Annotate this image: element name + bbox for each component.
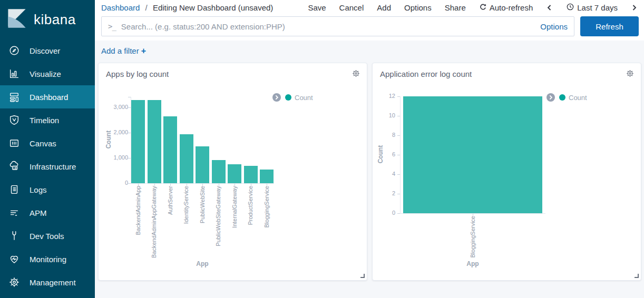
sidebar-item-label: Visualize (30, 69, 61, 78)
legend-item-count[interactable]: Count (285, 94, 313, 102)
y-tick-label: 0 (106, 180, 128, 186)
bar-chart-apps-by-log-count: 01,0002,0003,000BackendAdminAppBackendAd… (99, 63, 367, 280)
bar-BackendAdminAppGateway[interactable] (148, 100, 161, 183)
breadcrumb-dashboard-link[interactable]: Dashboard (101, 3, 140, 12)
y-tick-mark (128, 183, 131, 184)
topbar-action-share[interactable]: Share (445, 3, 466, 12)
y-tick-mark (397, 96, 400, 97)
x-category-label: AuthServer (167, 186, 173, 215)
bar-BloggingService[interactable] (403, 96, 542, 213)
visualize-chart-icon (8, 68, 21, 80)
y-axis-top-tick (128, 97, 131, 97)
topbar-action-save[interactable]: Save (308, 3, 326, 12)
sidebar-item-timelion[interactable]: Timelion (0, 108, 95, 132)
y-tick-label: 12 (373, 93, 395, 100)
topbar-action-cancel[interactable]: Cancel (339, 3, 364, 12)
dashboard-grid-icon (8, 91, 21, 103)
kibana-logo[interactable]: kibana (0, 0, 95, 39)
panel-application-error-log-count: Application error log count 024681012Blo… (372, 63, 641, 281)
kibana-app: kibana DiscoverVisualizeDashboardTimelio… (0, 0, 644, 298)
bar-chart-application-error-log-count: 024681012BloggingServiceCountApp (373, 63, 641, 280)
topbar-action-add[interactable]: Add (377, 3, 391, 12)
panels-row: Apps by log count 01,0002,0003,000Backen… (95, 59, 644, 281)
sidebar-item-dev-tools[interactable]: Dev Tools (0, 224, 95, 247)
y-tick-label: 10 (373, 112, 395, 119)
sidebar-item-management[interactable]: Management (0, 271, 95, 294)
y-tick-mark (397, 174, 400, 175)
sidebar-item-logs[interactable]: Logs (0, 178, 95, 201)
y-tick-label: 3,000 (106, 104, 128, 111)
bar-PublicWebSite[interactable] (196, 146, 209, 183)
kibana-logo-icon (7, 8, 27, 31)
sidebar-item-discover[interactable]: Discover (0, 39, 95, 62)
sidebar-item-canvas[interactable]: Canvas (0, 132, 95, 155)
legend-item-count[interactable]: Count (559, 94, 587, 102)
sidebar-item-visualize[interactable]: Visualize (0, 62, 95, 85)
y-axis-line (400, 96, 401, 213)
time-picker-button[interactable]: Last 7 days (566, 3, 618, 13)
sidebar-item-label: Discover (30, 46, 60, 55)
legend-toggle-icon[interactable] (547, 93, 555, 102)
topbar-menu: SaveCancelAddOptionsShare Auto-refresh (308, 3, 638, 13)
search-box[interactable]: >_ Options (101, 16, 574, 36)
y-axis-title: Count (377, 133, 384, 175)
refresh-cycle-icon (479, 3, 487, 13)
time-forward-button[interactable] (631, 4, 638, 11)
query-options-link[interactable]: Options (540, 22, 568, 31)
bar-BloggingService[interactable] (260, 170, 274, 183)
bar-InternalGateway[interactable] (228, 164, 241, 183)
legend-color-dot (559, 94, 565, 101)
x-category-label: BackendAdminApp (135, 186, 141, 235)
sidebar-item-infrastructure[interactable]: Infrastructure (0, 155, 95, 178)
bar-ProductService[interactable] (244, 166, 258, 183)
query-bar: >_ Options Refresh (95, 15, 644, 41)
y-tick-mark (397, 135, 400, 136)
bar-PublicWebSiteGateway[interactable] (212, 160, 226, 183)
sidebar-item-apm[interactable]: APM (0, 201, 95, 224)
panel-resize-handle[interactable] (635, 274, 639, 278)
auto-refresh-button[interactable]: Auto-refresh (479, 3, 533, 13)
canvas-frame-icon (8, 137, 21, 149)
x-category-label: BloggingService (470, 216, 476, 258)
bar-BackendAdminApp[interactable] (131, 100, 145, 183)
kibana-logo-text: kibana (34, 12, 76, 28)
sidebar-item-label: Logs (30, 185, 47, 194)
clock-icon (566, 3, 574, 13)
panel-apps-by-log-count: Apps by log count 01,0002,0003,000Backen… (98, 63, 367, 281)
sidebar-item-label: APM (30, 208, 47, 217)
apm-lines-icon (8, 207, 21, 218)
sidebar-item-label: Monitoring (30, 255, 66, 264)
sidebar-item-monitoring[interactable]: Monitoring (0, 247, 95, 271)
bar-IdentityService[interactable] (180, 134, 193, 183)
topbar-action-options[interactable]: Options (404, 3, 432, 12)
sidebar-item-dashboard[interactable]: Dashboard (0, 85, 95, 108)
sidebar-item-label: Canvas (30, 139, 56, 148)
sidebar: kibana DiscoverVisualizeDashboardTimelio… (0, 0, 95, 298)
refresh-button[interactable]: Refresh (580, 16, 639, 36)
sidebar-nav: DiscoverVisualizeDashboardTimelionCanvas… (0, 39, 95, 294)
legend-toggle-icon[interactable] (272, 93, 281, 102)
sidebar-item-label: Management (30, 278, 76, 287)
main-area: Dashboard / Editing New Dashboard (unsav… (95, 0, 644, 298)
logs-scroll-icon (8, 184, 21, 195)
add-filter-link[interactable]: Add a filter+ (101, 46, 146, 55)
x-category-label: InternalGateway (231, 186, 238, 228)
x-category-label: BackendAdminAppGateway (151, 186, 157, 258)
sidebar-item-label: Dev Tools (30, 232, 64, 241)
x-category-label: ProductService (247, 186, 253, 225)
y-tick-mark (128, 133, 131, 133)
topbar-actions: SaveCancelAddOptionsShare (308, 3, 465, 12)
x-category-label: BloggingService (264, 186, 270, 228)
x-category-label: PublicWebSite (199, 186, 206, 223)
time-back-button[interactable] (546, 4, 553, 11)
y-tick-label: 0 (373, 210, 395, 216)
y-tick-mark (397, 116, 400, 116)
bar-AuthServer[interactable] (163, 116, 177, 183)
panel-resize-handle[interactable] (360, 274, 365, 278)
search-input[interactable] (121, 22, 535, 31)
x-category-label: IdentityService (183, 186, 189, 224)
sidebar-item-label: Timelion (30, 116, 59, 125)
y-tick-label: 2 (373, 190, 395, 197)
heartbeat-icon (8, 253, 21, 265)
chart-legend: Count (272, 93, 313, 102)
